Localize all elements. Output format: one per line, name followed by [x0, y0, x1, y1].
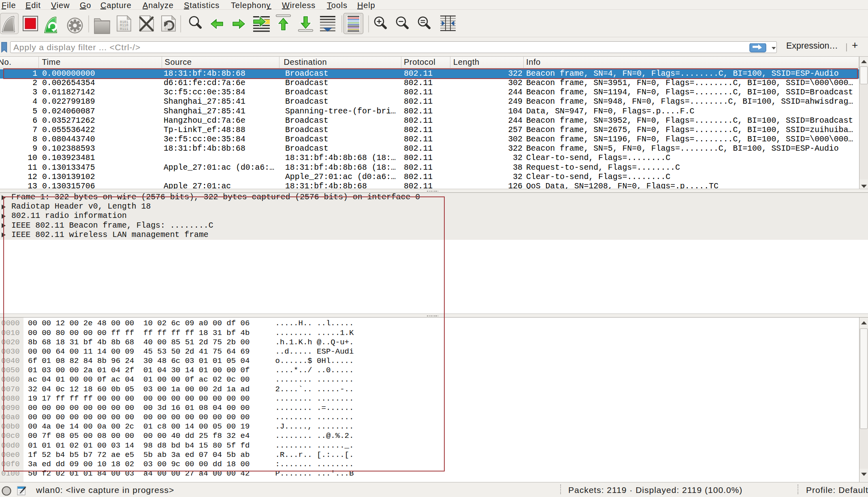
svg-text:0111: 0111 [120, 27, 128, 31]
